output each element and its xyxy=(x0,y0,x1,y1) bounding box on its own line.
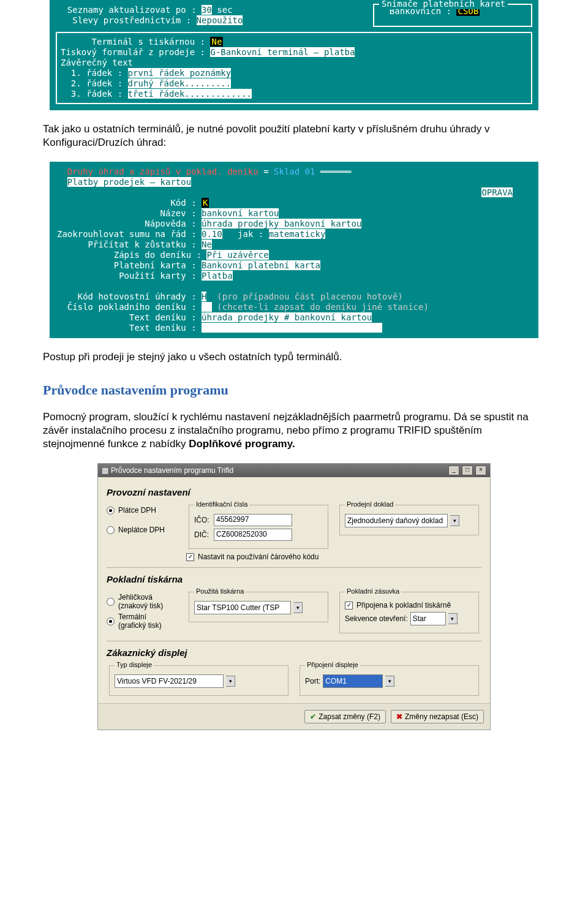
close-icon: ✖ xyxy=(396,712,402,721)
wizard-titlebar[interactable]: ▦ Průvodce nastavením programu Trifid _ … xyxy=(98,464,490,477)
dic-label: DIČ: xyxy=(194,530,211,539)
terminal-screenshot-1: Seznamy aktualizovat po : 30 sec Slevy p… xyxy=(50,0,538,110)
printer-row: Terminál s tiskárnou : Ne xyxy=(61,37,527,47)
kod-row: Kód : K xyxy=(57,198,531,208)
cislo-row: Číslo pokladního deníku : (chcete-li zap… xyxy=(57,302,531,312)
guide-heading: Průvodce nastavením programu xyxy=(43,382,545,398)
app-icon: ▦ xyxy=(102,466,108,475)
group-conn: Připojení displeje xyxy=(305,661,360,668)
group-printer: Použitá tiskárna xyxy=(194,587,246,595)
footer-r2: 2. řádek : druhý řádek......... xyxy=(61,78,527,89)
section-tiskarna: Pokladní tiskárna xyxy=(107,574,481,584)
chevron-down-icon[interactable]: ▾ xyxy=(293,602,303,613)
paragraph-3: Pomocný program, sloužící k rychlému nas… xyxy=(43,410,545,451)
port-select[interactable]: COM1 xyxy=(323,674,383,688)
text2-row: Text deníku : xyxy=(57,323,531,333)
display-select[interactable]: Virtuos VFD FV-2021/29 xyxy=(115,674,224,688)
footer-title: Závěrečný text xyxy=(61,58,527,68)
section-displej: Zákaznický displej xyxy=(107,647,481,658)
terminal-screenshot-2: Druhy úhrad a zápisů v poklad. deníku = … xyxy=(50,162,538,338)
section-provoz: Provozní nastavení xyxy=(107,487,481,497)
cancel-button[interactable]: ✖Změny nezapsat (Esc) xyxy=(391,710,484,723)
term2-subheader: Platby prodejek – kartou xyxy=(57,177,531,187)
save-button[interactable]: ✔Zapsat změny (F2) xyxy=(304,710,386,723)
readers-legend: Snímače platebních karet xyxy=(379,0,508,9)
update-after-value: 30 xyxy=(202,5,212,15)
dic-input[interactable]: CZ6008252030 xyxy=(214,529,292,541)
discounts-value: Nepoužito xyxy=(197,15,243,25)
radio-termalni[interactable]: Termální (grafický tisk) xyxy=(107,613,180,630)
group-drawer: Pokladní zásuvka xyxy=(345,587,401,595)
footer-r3: 3. řádek : třetí řádek............. xyxy=(61,89,527,99)
check-icon: ✔ xyxy=(310,712,316,721)
close-button[interactable]: × xyxy=(475,466,486,475)
window-title: Průvodce nastavením programu Trifid xyxy=(111,466,233,475)
paragraph-2: Postup při prodeji je stejný jako u všec… xyxy=(43,350,545,364)
chevron-down-icon[interactable]: ▾ xyxy=(226,676,235,687)
group-disp: Typ displeje xyxy=(115,661,154,668)
napoveda-row: Nápověda : úhrada prodejky bankovní kart… xyxy=(57,219,531,229)
karta-row: Platební karta : Bankovní platební karta xyxy=(57,260,531,271)
seq-label: Sekvence otevření: xyxy=(345,614,408,623)
form-value: G-Bankovní terminál – platba xyxy=(210,47,355,57)
check-barcode[interactable]: ✓Nastavit na používání čárového kódu xyxy=(186,553,481,561)
check-drawer[interactable]: ✓Připojena k pokladní tiskárně xyxy=(345,601,473,609)
maximize-button[interactable]: □ xyxy=(462,466,473,475)
minimize-button[interactable]: _ xyxy=(448,466,459,475)
text1-row: Text deníku : úhrada prodejky # bankovní… xyxy=(57,312,531,323)
nazev-row: Název : bankovní kartou xyxy=(57,208,531,219)
chevron-down-icon[interactable]: ▾ xyxy=(385,676,394,687)
oprava-badge: OPRAVA xyxy=(481,187,513,197)
radio-platcedph[interactable]: Plátce DPH xyxy=(107,506,180,515)
group-doc: Prodejní doklad xyxy=(345,500,395,508)
update-row: Seznamy aktualizovat po : 30 sec xyxy=(57,5,368,15)
pouziti-row: Použití karty : Platba xyxy=(57,271,531,281)
term2-header: Druhy úhrad a zápisů v poklad. deníku = … xyxy=(57,167,531,177)
pricitat-row: Přičítat k zůstatku : Ne xyxy=(57,240,531,250)
chevron-down-icon[interactable]: ▾ xyxy=(450,515,459,526)
ico-input[interactable]: 45562997 xyxy=(214,514,292,526)
radio-jehlickova[interactable]: Jehličková (znakový tisk) xyxy=(107,593,180,610)
wizard-window: ▦ Průvodce nastavením programu Trifid _ … xyxy=(97,463,491,730)
paragraph-1: Tak jako u ostatních terminálů, je nutné… xyxy=(43,123,545,149)
zaokr-row: Zaokrouhlovat sumu na řád : 0.10 jak : m… xyxy=(57,229,531,240)
form-row: Tiskový formulář z prodeje : G-Bankovní … xyxy=(61,47,527,58)
ico-label: IČO: xyxy=(194,516,211,524)
printer-select[interactable]: Star TSP100 Cutter (TSP xyxy=(194,601,291,614)
radio-neplatcedph[interactable]: Neplátce DPH xyxy=(107,526,180,534)
hot-row: Kód hotovostní úhrady : H (pro případnou… xyxy=(57,292,531,302)
printer-value: Ne xyxy=(210,37,223,47)
seq-select[interactable]: Star xyxy=(410,612,446,625)
port-label: Port: xyxy=(305,677,320,685)
footer-r1: 1. řádek : první řádek poznámky xyxy=(61,68,527,78)
chevron-down-icon[interactable]: ▾ xyxy=(448,613,458,624)
discounts-row: Slevy prostřednictvím : Nepoužito xyxy=(57,15,368,26)
doc-select[interactable]: Zjednodušený daňový doklad xyxy=(345,514,448,527)
zapis-row: Zápis do deníku : Při uzávěrce xyxy=(57,250,531,260)
group-id: Identifikační čísla xyxy=(194,500,249,508)
